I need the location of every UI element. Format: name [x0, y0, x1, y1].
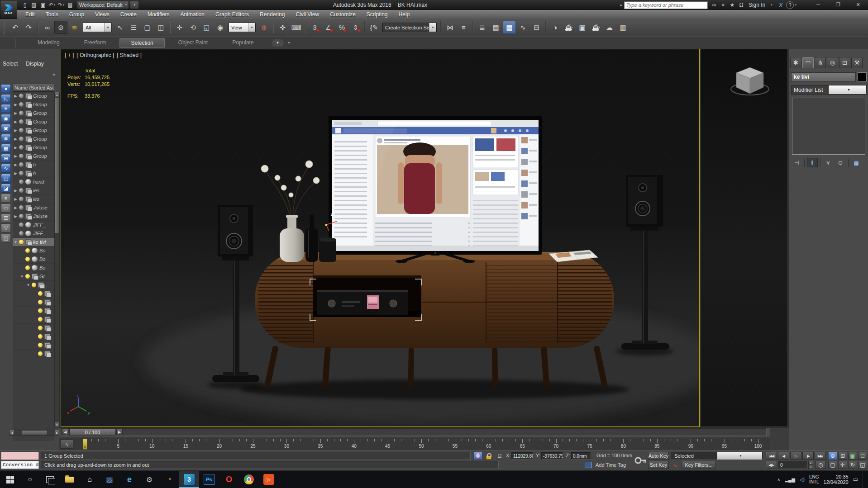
explorer-node-group[interactable]: ▶Group: [13, 152, 54, 161]
expand-arrow-icon[interactable]: ▶: [13, 206, 18, 210]
unlink-selection-button[interactable]: ⊘: [54, 21, 67, 34]
menu-group[interactable]: Group: [64, 10, 90, 19]
explorer-node-jaluse[interactable]: ▶Jaluse: [13, 204, 54, 212]
chevron-down-icon[interactable]: ▾: [795, 3, 796, 7]
toggle-layer-explorer-button[interactable]: ≣: [476, 21, 489, 34]
scroll-down-arrow[interactable]: ▼: [55, 422, 59, 427]
communication-center-icon[interactable]: ⌖: [719, 1, 728, 9]
expand-arrow-icon[interactable]: ▶: [13, 146, 18, 150]
active-viewport[interactable]: z [ + ] [ Orthographic ] [ Shaded ] Tota…: [61, 49, 700, 427]
visibility-bulb-icon[interactable]: [19, 111, 24, 115]
auto-key-toggle[interactable]: Auto Key: [648, 452, 669, 460]
ribbon-tab-populate[interactable]: Populate: [221, 38, 264, 48]
tab-utilities[interactable]: ⚒: [851, 57, 863, 68]
track-bar[interactable]: ∿ 51015202530354045505560657075808590951…: [59, 438, 770, 450]
toggle-scene-explorer-button[interactable]: ▦: [503, 21, 516, 34]
project-folder-icon[interactable]: ▤: [66, 1, 74, 9]
menu-graph-editors[interactable]: Graph Editors: [210, 10, 254, 19]
settings-app-button[interactable]: ⚙: [139, 471, 159, 488]
photos-app-button[interactable]: ▨: [100, 471, 119, 488]
rendered-frame-window-button[interactable]: ▣: [576, 21, 589, 34]
ribbon-tab-object-paint[interactable]: Object Paint: [167, 38, 219, 48]
secondary-viewport[interactable]: [701, 49, 788, 427]
open-file-icon[interactable]: ▨: [30, 1, 38, 9]
visibility-bulb-icon[interactable]: [19, 231, 24, 236]
visibility-bulb-icon[interactable]: [19, 171, 24, 175]
next-frame-arrow[interactable]: ▶: [116, 429, 123, 435]
menu-views[interactable]: Views: [90, 10, 115, 19]
expand-arrow-icon[interactable]: ▼: [26, 283, 31, 287]
maximize-viewport-toggle-button[interactable]: ◱: [858, 461, 867, 469]
explorer-node-hand[interactable]: hand: [13, 178, 54, 186]
rectangular-selection-region-button[interactable]: ▢: [141, 21, 154, 34]
schematic-view-button[interactable]: ⊟: [530, 21, 543, 34]
visibility-bulb-icon[interactable]: [38, 317, 43, 322]
file-explorer-button[interactable]: [60, 471, 80, 488]
name-column-header[interactable]: Name (Sorted Ascen: [13, 84, 54, 92]
expand-arrow-icon[interactable]: ▶: [13, 214, 18, 218]
set-key-toggle[interactable]: Set Key: [648, 461, 669, 469]
search-history-arrow[interactable]: ▸: [619, 1, 624, 9]
spinner-up-arrow[interactable]: ▲: [808, 461, 813, 465]
pan-view-button[interactable]: ✛: [838, 461, 847, 469]
y-coordinate-field[interactable]: -37630.79: [541, 452, 563, 460]
select-and-scale-button[interactable]: ◱: [200, 21, 213, 34]
tab-create[interactable]: ✱: [790, 57, 801, 68]
time-slider-handle[interactable]: 0 / 100: [69, 429, 116, 436]
chevron-down-icon[interactable]: ▾: [288, 41, 290, 45]
visibility-bulb-icon[interactable]: [19, 137, 24, 141]
display-space-warps-filter-icon[interactable]: ≋: [1, 134, 11, 143]
add-time-tag-button[interactable]: Add Time Tag: [596, 462, 626, 468]
display-xrefs-filter-icon[interactable]: ⊞: [1, 154, 11, 163]
photoshop-button[interactable]: Ps: [199, 471, 219, 488]
modifier-list-dropdown[interactable]: Modifier List ▾: [791, 85, 867, 95]
select-by-name-button[interactable]: ☰: [127, 21, 140, 34]
configure-modifier-sets-button[interactable]: ▦: [851, 158, 862, 167]
workspace-menu-button[interactable]: ▾: [130, 1, 139, 9]
visibility-bulb-icon[interactable]: [38, 308, 43, 313]
display-cameras-filter-icon[interactable]: ◉: [1, 114, 11, 123]
viewport-pov-menu[interactable]: [ + ]: [65, 52, 74, 58]
horizontal-scrollbar[interactable]: ◀ ▶: [9, 430, 60, 436]
taskbar-clock[interactable]: 20:3512/04/2020: [824, 474, 849, 485]
visibility-bulb-icon[interactable]: [19, 197, 24, 201]
ribbon-tab-selection[interactable]: Selection: [119, 38, 164, 48]
explorer-node-unnamed[interactable]: [13, 289, 54, 298]
material-editor-button[interactable]: ◑: [548, 21, 562, 34]
explorer-node-bo[interactable]: Bo: [13, 255, 54, 264]
select-and-manipulate-button[interactable]: ✜: [276, 21, 289, 34]
maximize-button[interactable]: ❐: [828, 0, 848, 9]
advanced-filter-icon[interactable]: ◫: [1, 233, 11, 242]
show-desktop-button[interactable]: [863, 471, 865, 488]
menu-modifiers[interactable]: Modifiers: [142, 10, 175, 19]
view-cube[interactable]: [720, 57, 779, 107]
visibility-bulb-icon[interactable]: [19, 94, 24, 98]
visibility-bulb-icon[interactable]: [38, 343, 43, 347]
store-button[interactable]: ⌂: [80, 471, 100, 488]
explorer-node-unnamed[interactable]: [13, 298, 54, 307]
visibility-bulb-icon[interactable]: [19, 102, 24, 107]
tab-modify[interactable]: ◠: [802, 57, 814, 68]
undo-icon[interactable]: ↶▾: [48, 1, 56, 9]
viewport-shading-menu[interactable]: [ Shaded ]: [117, 52, 142, 58]
keyboard-shortcut-override-button[interactable]: ⌨: [290, 21, 303, 34]
zoom-extents-all-button[interactable]: ⊟: [858, 452, 867, 460]
visibility-bulb-icon[interactable]: [38, 351, 43, 356]
orbit-button[interactable]: ↻: [848, 461, 857, 469]
visibility-bulb-icon[interactable]: [38, 334, 43, 339]
window-crossing-toggle-button[interactable]: ◫: [154, 21, 167, 34]
expand-arrow-icon[interactable]: ▶: [13, 189, 18, 193]
explorer-node-group[interactable]: ▶Group: [13, 100, 54, 109]
explorer-node-ke-tivi[interactable]: ▼ke tivi: [13, 238, 54, 246]
infocenter-search-icon[interactable]: ∞: [710, 1, 719, 9]
render-production-button[interactable]: ☕: [589, 21, 602, 34]
close-button[interactable]: ✕: [848, 0, 868, 9]
tab-hierarchy[interactable]: ⋔: [815, 57, 826, 68]
opera-browser-button[interactable]: O: [219, 471, 239, 488]
menu-customize[interactable]: Customize: [324, 10, 361, 19]
previous-frame-button[interactable]: ◀|: [778, 452, 789, 460]
go-to-start-button[interactable]: |◀◀: [766, 452, 777, 460]
start-button[interactable]: [0, 471, 20, 488]
explorer-node-ies[interactable]: ▶ies: [13, 195, 54, 204]
render-last-button[interactable]: ▥: [616, 21, 630, 34]
